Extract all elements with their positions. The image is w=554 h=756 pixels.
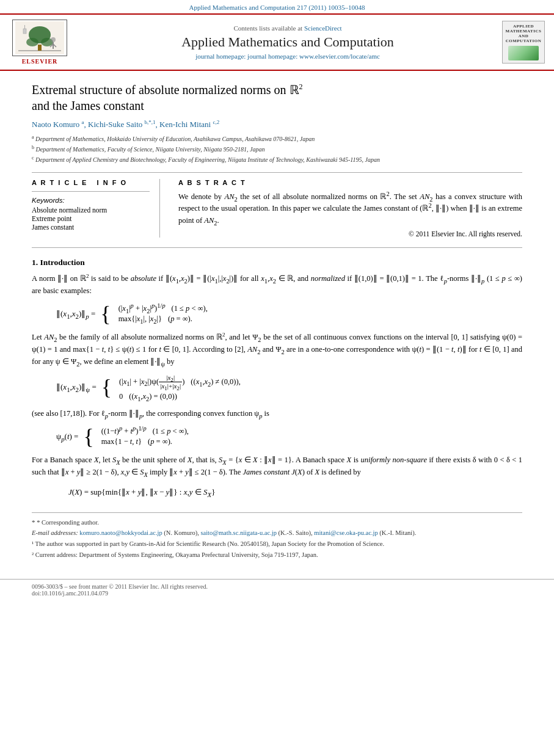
affiliations: a Department of Mathematics, Hokkaido Un… xyxy=(32,134,522,165)
eq2-brace: { xyxy=(101,376,112,398)
eq2-case1: (|x1| + |x2|)ψ(|x2||x1|+|x2|) ((x1,x2) ≠… xyxy=(119,374,241,390)
equation-4: J(X) = sup{min{‖x + y‖, ‖x − y‖} : x,y ∈… xyxy=(68,484,522,500)
fn-star: * * Corresponding author. xyxy=(32,517,522,528)
affiliation-a: a Department of Mathematics, Hokkaido Un… xyxy=(32,134,522,144)
equation-3: ψp(t) = { ((1−t)p + tp)1/p (1 ≤ p < ∞), … xyxy=(56,426,522,448)
divider-1 xyxy=(32,172,522,173)
eq3-case2: max{1 − t, t} (p = ∞). xyxy=(101,437,189,446)
eq3-brace: { xyxy=(83,426,93,448)
keyword-3: James constant xyxy=(32,224,150,231)
fn-2: ² Current address: Department of Systems… xyxy=(32,550,522,561)
section-1-title: 1. Introduction xyxy=(32,258,522,267)
eq3-lhs: ψp(t) = xyxy=(56,432,78,442)
paper-body: Extremal structure of absolute normalize… xyxy=(0,71,554,573)
equation-1: ‖(x1,x2)‖p = { (|x1|p + |x2|p)1/p (1 ≤ p… xyxy=(56,303,522,325)
elsevier-logo: ELSEVIER xyxy=(6,20,73,65)
keyword-1: Absolute normalized norm xyxy=(32,206,150,214)
intro-para-4: For a Banach space X, let SX be the unit… xyxy=(32,454,522,478)
footnotes: * * Corresponding author. E-mail address… xyxy=(32,512,522,561)
intro-para-1: A norm ‖·‖ on ℝ2 is said to be absolute … xyxy=(32,272,522,297)
elsevier-wordmark: ELSEVIER xyxy=(22,58,58,65)
copyright: © 2011 Elsevier Inc. All rights reserved… xyxy=(178,230,522,238)
article-info-abstract: A R T I C L E I N F O Keywords: Absolute… xyxy=(32,179,522,238)
issn-line: 0096-3003/$ – see front matter © 2011 El… xyxy=(32,583,522,590)
fn-email: E-mail addresses: komuro.naoto@hokkyodai… xyxy=(32,528,522,539)
eq1-brace: { xyxy=(100,303,111,325)
email-saito[interactable]: saito@math.sc.niigata-u.ac.jp xyxy=(200,529,277,536)
homepage-label: journal homepage: xyxy=(195,53,247,60)
eq2-lhs: ‖(x1,x2)‖ψ = xyxy=(56,382,97,392)
homepage-line: journal homepage: journal homepage: www.… xyxy=(79,53,496,60)
intro-para-3: (see also [17,18]). For ℓp-norm ‖·‖p, th… xyxy=(32,407,522,420)
affiliation-c: c Department of Applied Chemistry and Bi… xyxy=(32,155,522,165)
abstract-text: We denote by AN2 the set of all absolute… xyxy=(178,191,522,227)
eq1-case1: (|x1|p + |x2|p)1/p (1 ≤ p < ∞), xyxy=(118,304,208,313)
journal-cover-thumbnail: APPLIED MATHEMATICS AND COMPUTATION xyxy=(502,21,545,64)
svg-point-6 xyxy=(51,37,56,42)
doi-line: doi:10.1016/j.amc.2011.04.079 xyxy=(32,590,522,597)
article-title: Extremal structure of absolute normalize… xyxy=(32,82,522,114)
equation-2: ‖(x1,x2)‖ψ = { (|x1| + |x2|)ψ(|x2||x1|+|… xyxy=(56,374,522,401)
journal-right: APPLIED MATHEMATICS AND COMPUTATION xyxy=(502,21,548,64)
eq3-cases: ((1−t)p + tp)1/p (1 ≤ p < ∞), max{1 − t,… xyxy=(101,427,189,446)
fn-1: ¹ The author was supported in part by Gr… xyxy=(32,539,522,550)
email-mitani[interactable]: mitani@cse.oka-pu.ac.jp xyxy=(314,529,377,536)
article-info-heading: A R T I C L E I N F O xyxy=(32,179,150,186)
keywords-label: Keywords: xyxy=(32,197,150,204)
contents-line: Contents lists available at ScienceDirec… xyxy=(79,24,496,32)
logo-box xyxy=(12,20,67,56)
intro-para-2: Let AN2 be the family of all absolute no… xyxy=(32,331,522,368)
eq1-lhs: ‖(x1,x2)‖p = xyxy=(56,309,95,319)
homepage-url[interactable]: journal homepage: www.elsevier.com/locat… xyxy=(247,53,380,60)
eq2-cases: (|x1| + |x2|)ψ(|x2||x1|+|x2|) ((x1,x2) ≠… xyxy=(119,374,241,401)
sciencedirect-link[interactable]: ScienceDirect xyxy=(304,24,342,32)
abstract-heading: A B S T R A C T xyxy=(178,179,522,186)
divider-2 xyxy=(32,247,522,248)
eq2-case2: 0 ((x1,x2) = (0,0)) xyxy=(119,392,241,401)
top-link-bar: Applied Mathematics and Computation 217 … xyxy=(0,0,554,13)
svg-point-4 xyxy=(26,38,38,46)
divider-info xyxy=(32,191,150,192)
eq3-case1: ((1−t)p + tp)1/p (1 ≤ p < ∞), xyxy=(101,427,189,436)
authors: Naoto Komuro a, Kichi-Suke Saito b,*,1, … xyxy=(32,120,522,129)
keyword-2: Extreme point xyxy=(32,215,150,222)
journal-citation: Applied Mathematics and Computation 217 … xyxy=(189,4,365,11)
article-info-col: A R T I C L E I N F O Keywords: Absolute… xyxy=(32,179,160,238)
eq1-cases: (|x1|p + |x2|p)1/p (1 ≤ p < ∞), max{|x1|… xyxy=(118,304,208,324)
email-komuro[interactable]: komuro.naoto@hokkyodai.ac.jp xyxy=(79,529,162,536)
svg-rect-2 xyxy=(38,45,42,51)
abstract-col: A B S T R A C T We denote by AN2 the set… xyxy=(178,179,522,238)
journal-header: ELSEVIER Contents lists available at Sci… xyxy=(0,13,554,71)
eq1-case2: max{|x1|, |x2|} (p = ∞). xyxy=(118,314,208,324)
journal-title: Applied Mathematics and Computation xyxy=(79,34,496,50)
affiliation-b: b Department of Mathematics, Faculty of … xyxy=(32,145,522,154)
svg-rect-10 xyxy=(23,29,26,34)
journal-center: Contents lists available at ScienceDirec… xyxy=(79,24,496,60)
bottom-bar: 0096-3003/$ – see front matter © 2011 El… xyxy=(0,579,554,603)
